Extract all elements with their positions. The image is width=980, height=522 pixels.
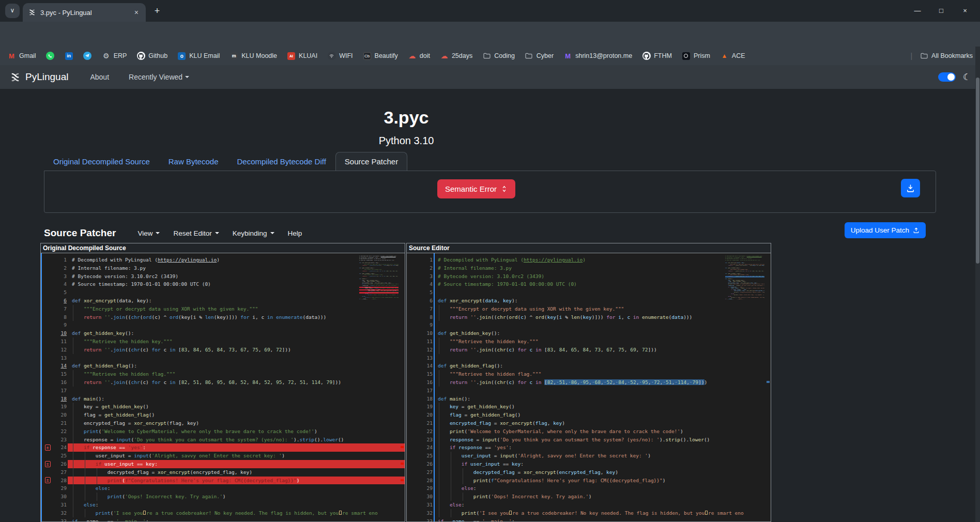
bookmark-25days[interactable]: ☁25days (440, 52, 472, 60)
code-line[interactable]: 7 """Encrypt or decrypt data using XOR w… (41, 305, 405, 313)
semantic-error-button[interactable]: Semantic Error (437, 179, 515, 198)
bookmark-fthm[interactable]: FTHM (642, 52, 672, 60)
code-line[interactable]: 5 (407, 288, 771, 297)
code-line[interactable]: 22 print('Welcome to CyberMaterial, wher… (407, 427, 771, 436)
line-number[interactable]: 26 (54, 460, 68, 468)
line-number[interactable]: 5 (420, 288, 434, 297)
line-number[interactable]: 28 (54, 477, 68, 485)
line-number[interactable]: 16 (54, 378, 68, 387)
line-number[interactable]: 30 (420, 493, 434, 501)
menu-help[interactable]: Help (288, 229, 302, 237)
code-line[interactable]: 19 key = get_hidden_key() (407, 403, 771, 411)
line-number[interactable]: 32 (420, 509, 434, 517)
line-number[interactable]: 4 (420, 280, 434, 288)
line-number[interactable]: 7 (54, 305, 68, 313)
upload-user-patch-button[interactable]: Upload User Patch (845, 222, 926, 238)
bookmark-erp[interactable]: ⚙ERP (102, 52, 127, 60)
download-button[interactable] (901, 179, 920, 197)
line-number[interactable]: 27 (54, 468, 68, 477)
line-number[interactable]: 29 (54, 484, 68, 493)
line-number[interactable]: 18 (54, 395, 68, 403)
bookmark-beautify[interactable]: CbBeautify (363, 52, 398, 60)
code-line[interactable]: 20 flag = get_hidden_flag() (407, 411, 771, 419)
line-number[interactable]: 11 (420, 337, 434, 346)
menu-keybinding[interactable]: Keybinding (233, 229, 274, 237)
code-line[interactable]: 4# Source timestamp: 1970-01-01 00:00:00… (41, 280, 405, 288)
line-number[interactable]: 11 (54, 337, 68, 346)
bookmark-shrin13-proton-me[interactable]: Mshrin13@proton.me (563, 52, 632, 60)
line-number[interactable]: 27 (420, 468, 434, 477)
line-number[interactable]: 12 (54, 346, 68, 354)
code-line[interactable]: 31 else: (407, 501, 771, 509)
code-line[interactable]: 2# Internal filename: 3.py (41, 264, 405, 272)
line-number[interactable]: 3 (54, 272, 68, 281)
bookmark-linkedin[interactable]: in (65, 52, 73, 60)
patch-marker-icon[interactable]: ± (45, 444, 51, 451)
new-tab-button[interactable]: + (151, 5, 163, 18)
line-number[interactable]: 21 (54, 419, 68, 427)
code-line[interactable]: 14def get_hidden_flag(): (41, 362, 405, 370)
code-line[interactable]: 14def get_hidden_flag(): (407, 362, 771, 370)
code-line[interactable]: 28 print(f"Congratulations! Here's your … (407, 477, 771, 485)
line-number[interactable]: 13 (54, 354, 68, 362)
code-line[interactable]: 13 (41, 354, 405, 362)
code-line[interactable]: 2# Internal filename: 3.py (407, 264, 771, 272)
code-line[interactable]: 11 """Retrieve the hidden key.""" (407, 337, 771, 346)
line-number[interactable]: 19 (420, 403, 434, 411)
bookmark-prism[interactable]: Prism (682, 52, 710, 60)
line-number[interactable]: 24 (420, 443, 434, 452)
code-line[interactable]: 8 return ''.join((chr(ord(c) ^ ord(key[i… (407, 313, 771, 321)
code-line[interactable]: 33if __name__ == '__main__': (41, 517, 405, 522)
line-number[interactable]: 22 (420, 427, 434, 436)
line-number[interactable]: 12 (420, 346, 434, 354)
bookmark-telegram[interactable] (83, 52, 92, 60)
code-line[interactable]: 33if __name__ == '__main__': (407, 517, 771, 522)
tab-original-decompiled-source[interactable]: Original Decompiled Source (44, 152, 159, 171)
maximize-button[interactable]: □ (930, 0, 952, 21)
line-number[interactable]: 15 (420, 370, 434, 378)
code-line[interactable]: 29 else: (41, 484, 405, 493)
bookmark-klu-moodle[interactable]: mKLU Moodle (229, 52, 277, 60)
code-line[interactable]: 8 return ''.join((chr(ord(c) ^ ord(key[i… (41, 313, 405, 321)
line-number[interactable]: 31 (54, 501, 68, 509)
code-line[interactable]: 1# Decompiled with PyLingual (https://py… (407, 256, 771, 264)
code-line[interactable]: 18def main(): (41, 395, 405, 403)
code-line[interactable]: 32 print('I see youre a true codebreaker… (41, 509, 405, 517)
line-number[interactable]: 25 (54, 452, 68, 460)
code-line[interactable]: 24 if response == 'yes': (407, 443, 771, 452)
tab-close-icon[interactable]: × (132, 8, 141, 17)
code-line[interactable]: 21 encrypted_flag = xor_encrypt(flag, ke… (41, 419, 405, 427)
line-number[interactable]: 31 (420, 501, 434, 509)
code-line[interactable]: 3# Bytecode version: 3.10.0rc2 (3439) (41, 272, 405, 281)
line-number[interactable]: 29 (420, 484, 434, 493)
code-line[interactable]: 30 print('Oops! Incorrect key. Try again… (407, 493, 771, 501)
line-number[interactable]: 6 (54, 297, 68, 305)
menu-view[interactable]: View (137, 229, 160, 237)
line-number[interactable]: 5 (54, 288, 68, 297)
nav-link-recently-viewed[interactable]: Recently Viewed (129, 73, 189, 81)
code-line[interactable]: 31 else: (41, 501, 405, 509)
minimize-button[interactable]: — (907, 0, 928, 21)
code-line[interactable]: 25 user_input = input('Alright, savvy on… (407, 452, 771, 460)
patch-marker-icon[interactable]: ± (45, 477, 51, 483)
code-line[interactable]: ±28 print(f"Congratulations! Here's your… (41, 477, 405, 485)
line-number[interactable]: 2 (54, 264, 68, 272)
code-line[interactable]: 32 print('I see youre a true codebreaker… (407, 509, 771, 517)
line-number[interactable]: 7 (420, 305, 434, 313)
code-line[interactable]: 21 encrypted_flag = xor_encrypt(flag, ke… (407, 419, 771, 427)
line-number[interactable]: 20 (420, 411, 434, 419)
code-line[interactable]: 12 return ''.join((chr(c) for c in [83, … (41, 346, 405, 354)
nav-link-about[interactable]: About (90, 73, 109, 81)
line-number[interactable]: 25 (420, 452, 434, 460)
bookmark-doit[interactable]: ☁doit (408, 52, 430, 60)
code-line[interactable]: 23 response = input('Do you think you ca… (41, 436, 405, 444)
code-line[interactable]: ±24 if response == 'yes': (41, 443, 405, 452)
bookmark-klu-email[interactable]: oKLU Email (177, 52, 220, 60)
code-line[interactable]: 19 key = get_hidden_key() (41, 403, 405, 411)
code-line[interactable]: 20 flag = get_hidden_flag() (41, 411, 405, 419)
minimap[interactable]: # Decompiled with PyLingual (https://pyl… (725, 256, 764, 300)
line-number[interactable]: 4 (54, 280, 68, 288)
line-number[interactable]: 9 (420, 321, 434, 329)
line-number[interactable]: 9 (54, 321, 68, 329)
minimap[interactable]: # Decompiled with PyLingual (https://pyl… (359, 256, 399, 300)
